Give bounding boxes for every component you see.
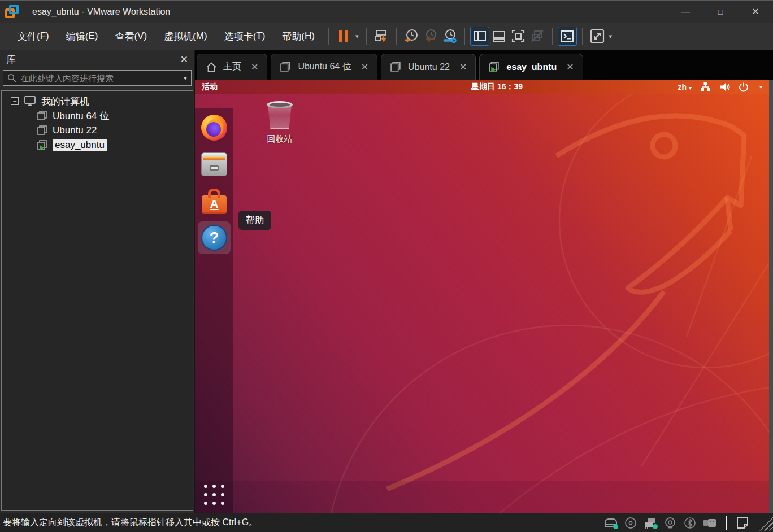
search-input[interactable] [20,73,184,83]
webcam-device-icon[interactable] [663,516,678,530]
gnome-top-bar: 活动 星期日 16：39 zh▾ [195,80,769,94]
tab-home[interactable]: 主页 ✕ [197,54,267,80]
tab-close-icon[interactable]: ✕ [361,62,368,72]
fullscreen-toggle[interactable] [509,27,528,46]
search-dropdown-caret[interactable]: ▾ [184,74,187,82]
vm-console[interactable]: 活动 星期日 16：39 zh▾ [195,80,769,513]
tree-item-esay-ubntu[interactable]: esay_ubntu [2,138,193,152]
vm-icon [280,61,292,73]
library-header: 库 ✕ [0,50,194,69]
terminal-icon [561,29,574,43]
close-button[interactable]: ✕ [738,1,773,23]
show-thumbnail-bar-toggle[interactable] [489,27,509,46]
tab-close-icon[interactable]: ✕ [566,62,574,72]
collapse-icon[interactable]: − [11,97,19,105]
message-log-icon[interactable] [735,516,750,530]
activities-button[interactable]: 活动 [202,82,218,92]
menu-view[interactable]: 查看(V) [106,27,155,45]
resize-grip[interactable] [757,515,773,531]
trash-label: 回收站 [267,134,293,145]
wallpaper-band-shade [195,481,769,513]
device-connected-dot [613,524,618,529]
vm-running-icon [37,139,48,151]
toolbar-separator [582,28,583,45]
tab-ubuntu-64[interactable]: Ubuntu 64 位 ✕ [271,54,377,80]
help-icon: ? [201,225,227,251]
window-controls: — □ ✕ [668,1,773,23]
dock-item-firefox[interactable] [198,111,231,144]
tree-item-ubuntu-22[interactable]: Ubuntu 22 [2,123,193,138]
take-snapshot-icon [403,28,419,44]
window-edge [769,80,773,513]
ubuntu-software-icon: A [201,188,227,214]
network-icon[interactable] [700,82,711,92]
tab-label: Ubuntu 64 位 [298,61,351,73]
chevron-down-icon: ▾ [689,85,692,91]
menu-file[interactable]: 文件(F) [9,27,58,45]
vm-icon [390,61,402,73]
tab-ubuntu-22[interactable]: Ubuntu 22 ✕ [381,54,476,80]
volume-icon[interactable] [719,82,730,92]
tab-close-icon[interactable]: ✕ [251,62,258,72]
trash-icon [266,101,293,129]
toolbar-separator [552,28,553,45]
menu-vm[interactable]: 虚拟机(M) [155,27,216,45]
fullscreen-icon [511,29,526,43]
usb-device-icon[interactable] [702,516,717,530]
firefox-icon [201,115,227,141]
show-library-toggle[interactable] [470,27,489,46]
menu-help[interactable]: 帮助(H) [273,27,323,45]
hard-disk-device-icon[interactable] [603,516,618,530]
status-message: 要将输入定向到该虚拟机，请将鼠标指针移入其中或按 Ctrl+G。 [3,517,258,529]
menu-edit[interactable]: 编辑(E) [58,27,107,45]
revert-snapshot-button[interactable] [421,27,440,46]
show-applications-button[interactable] [204,485,224,505]
tree-item-my-computer[interactable]: − 我的计算机 [2,94,193,108]
power-icon[interactable] [739,82,749,92]
toolbar-separator [464,28,465,45]
dock-item-help[interactable]: ? [198,221,231,254]
stretch-dropdown-caret[interactable]: ▾ [607,33,615,40]
tab-esay-ubntu[interactable]: esay_ubntu ✕ [479,54,583,80]
tree-item-label: Ubuntu 22 [53,125,97,136]
stretch-guest-button[interactable] [588,27,607,46]
ubuntu-desktop[interactable]: 回收站 A ? [195,94,769,513]
maximize-button[interactable]: □ [703,1,738,23]
files-icon [201,152,227,176]
take-snapshot-button[interactable] [402,27,421,46]
unity-mode-button[interactable] [528,27,547,46]
suspend-vm-button[interactable] [334,27,353,46]
library-title: 库 [6,53,16,66]
library-close-icon[interactable]: ✕ [180,54,188,66]
network-adapter-device-icon[interactable] [643,516,658,530]
tree-item-ubuntu-64[interactable]: Ubuntu 64 位 [2,108,193,123]
vm-tree: − 我的计算机 Ubuntu 64 位 Ubuntu 2 [1,90,193,511]
vmware-workstation-window: esay_ubntu - VMware Workstation — □ ✕ 文件… [0,0,773,532]
trash-desktop-icon[interactable]: 回收站 [256,101,303,145]
device-connected-dot [653,524,658,529]
tab-close-icon[interactable]: ✕ [459,62,467,72]
clock-menu[interactable]: 星期日 16：39 [471,80,523,94]
vmware-logo-icon [5,5,20,19]
search-icon [7,73,16,82]
cd-device-icon[interactable] [623,516,638,530]
panel-bottom-icon [492,29,506,43]
manage-snapshots-button[interactable] [440,27,459,46]
panel-left-icon [473,29,487,43]
send-ctrl-alt-del-button[interactable] [372,27,391,46]
suspend-dropdown-caret[interactable]: ▾ [353,33,361,40]
toolbar-separator [328,28,329,45]
title-bar: esay_ubntu - VMware Workstation — □ ✕ [0,0,773,23]
console-view-button[interactable] [558,27,577,46]
dock-item-files[interactable] [198,148,231,181]
dock-item-software[interactable]: A [198,185,231,217]
minimize-button[interactable]: — [668,1,703,23]
bluetooth-device-icon[interactable] [683,516,697,530]
language-indicator[interactable]: zh▾ [678,82,692,91]
revert-snapshot-icon [423,28,438,44]
toolbar-separator [396,28,397,45]
chevron-down-icon[interactable]: ▾ [759,84,762,90]
menu-tabs[interactable]: 选项卡(T) [216,27,274,45]
stretch-icon [589,28,605,44]
device-status-icons [603,515,773,531]
